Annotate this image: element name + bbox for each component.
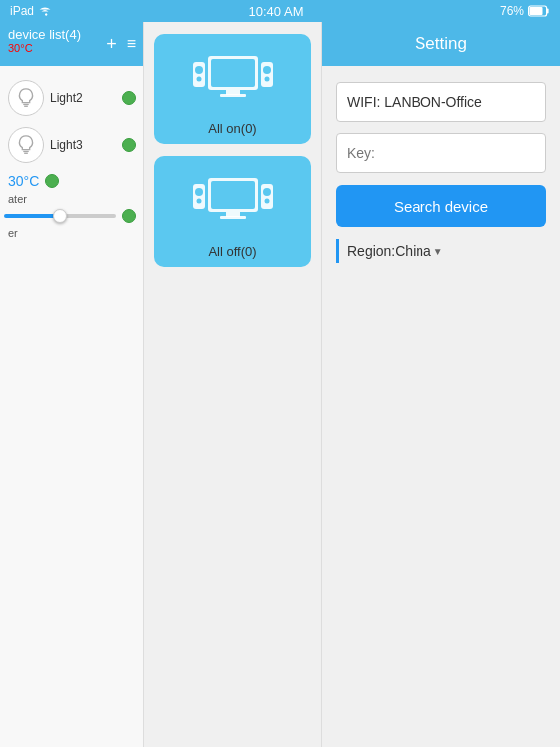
slider-track[interactable]	[4, 214, 116, 218]
bulb-icon	[15, 134, 37, 156]
setting-title: Setting	[415, 34, 467, 54]
er-label: er	[0, 227, 143, 239]
svg-point-16	[264, 77, 269, 82]
device-list: Light2 Light3 30°C	[0, 66, 143, 747]
device-list-title: device list(4) 30°C	[8, 27, 106, 60]
svg-point-12	[195, 66, 203, 74]
header-icons: + ≡	[106, 34, 136, 55]
light2-icon-wrap	[8, 80, 44, 116]
key-input[interactable]	[336, 133, 546, 173]
device-item-light3[interactable]: Light3	[0, 122, 143, 169]
temp-value: 30°C	[8, 173, 39, 189]
all-on-label: All on(0)	[208, 122, 256, 136]
status-left: iPad	[10, 4, 52, 18]
setting-header: Setting	[322, 22, 560, 66]
temp-status	[45, 174, 59, 188]
device-item-light2[interactable]: Light2	[0, 74, 143, 122]
scene-card-all-off[interactable]: All off(0)	[154, 156, 311, 267]
svg-point-26	[264, 199, 269, 204]
all-off-icon	[188, 168, 278, 238]
svg-rect-14	[261, 62, 273, 87]
temp-header-badge: 30°C	[8, 42, 33, 54]
left-panel: device list(4) 30°C + ≡	[0, 22, 144, 747]
ipad-label: iPad	[10, 4, 34, 18]
svg-rect-20	[220, 216, 246, 219]
wifi-input[interactable]	[336, 82, 546, 122]
slider-thumb[interactable]	[53, 209, 67, 223]
svg-rect-2	[547, 9, 549, 14]
svg-point-25	[263, 188, 271, 196]
search-device-button[interactable]: Search device	[336, 185, 546, 227]
svg-rect-24	[261, 184, 273, 209]
light2-name: Light2	[50, 91, 116, 105]
right-panel: Setting Search device Region:China ▼	[322, 22, 560, 747]
svg-rect-18	[211, 181, 255, 209]
region-arrow-icon: ▼	[433, 246, 443, 257]
light2-status	[122, 91, 136, 105]
light3-name: Light3	[50, 138, 116, 152]
status-time: 10:40 AM	[249, 4, 304, 19]
add-icon[interactable]: +	[106, 34, 117, 55]
ater-label: ater	[0, 193, 143, 205]
svg-rect-10	[220, 94, 246, 97]
light3-icon-wrap	[8, 127, 44, 163]
middle-panel: All on(0) All off(0)	[144, 22, 322, 747]
bulb-icon	[15, 87, 37, 109]
svg-point-15	[263, 66, 271, 74]
svg-rect-21	[193, 184, 205, 209]
svg-point-22	[195, 188, 203, 196]
all-on-icon	[188, 46, 278, 116]
left-header: device list(4) 30°C + ≡	[0, 22, 143, 66]
all-off-label: All off(0)	[208, 244, 256, 259]
region-text: Region:China	[347, 243, 431, 259]
setting-content: Search device Region:China ▼	[322, 66, 560, 747]
battery-icon	[528, 5, 550, 17]
slider-status	[122, 209, 136, 223]
wifi-icon	[38, 5, 52, 17]
battery-label: 76%	[500, 4, 524, 18]
svg-rect-1	[530, 7, 543, 15]
scene-card-all-on[interactable]: All on(0)	[154, 34, 311, 144]
region-row[interactable]: Region:China ▼	[336, 239, 546, 263]
svg-rect-8	[211, 59, 255, 87]
svg-rect-11	[193, 62, 205, 87]
menu-icon[interactable]: ≡	[127, 35, 136, 53]
svg-point-23	[196, 199, 201, 204]
status-bar: iPad 10:40 AM 76%	[0, 0, 560, 22]
temp-item: 30°C	[0, 169, 143, 193]
svg-point-13	[196, 77, 201, 82]
content-area: device list(4) 30°C + ≡	[0, 22, 560, 747]
app-container: device list(4) 30°C + ≡	[0, 22, 560, 747]
slider-row[interactable]	[0, 205, 143, 227]
status-right: 76%	[500, 4, 550, 18]
light3-status	[122, 138, 136, 152]
